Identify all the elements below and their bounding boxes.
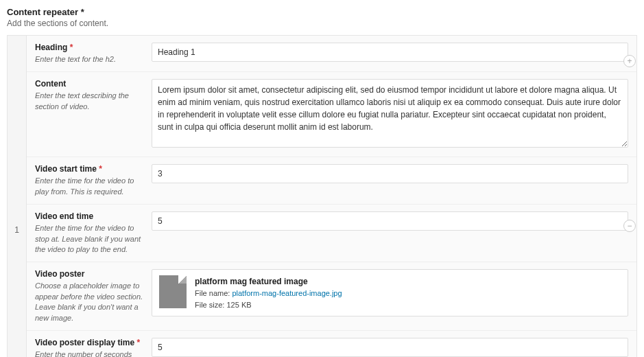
file-attachment[interactable]: platform mag featured image File name: p…: [152, 269, 628, 316]
file-title: platform mag featured image: [195, 275, 342, 288]
add-row-button[interactable]: +: [623, 55, 636, 67]
field-poster-time: Video poster display time * Enter the nu…: [27, 331, 636, 357]
content-textarea[interactable]: Lorem ipsum dolor sit amet, consectetur …: [152, 79, 628, 148]
video-end-hint: Enter the time for the video to stop at.…: [35, 223, 143, 255]
required-marker: *: [137, 338, 141, 347]
content-label: Content: [35, 79, 143, 89]
repeater-row: + − 1 Heading * Enter the text for the h…: [7, 35, 637, 357]
content-hint: Enter the text describing the section of…: [35, 91, 143, 112]
file-size-value: 125 KB: [226, 301, 251, 309]
heading-label: Heading: [35, 43, 67, 52]
remove-row-button[interactable]: −: [623, 220, 636, 232]
video-start-hint: Enter the time for the video to play fro…: [35, 176, 143, 197]
file-icon: [159, 275, 187, 308]
file-name-link[interactable]: platform-mag-featured-image.jpg: [232, 289, 342, 297]
poster-label: Video poster: [35, 269, 143, 279]
poster-time-hint: Enter the number of seconds you wish to …: [35, 349, 143, 357]
poster-time-label: Video poster display time: [35, 338, 134, 347]
video-end-label: Video end time: [35, 211, 143, 221]
video-end-input[interactable]: [152, 211, 628, 231]
field-video-start: Video start time * Enter the time for th…: [27, 157, 636, 205]
required-marker: *: [70, 43, 73, 52]
video-start-input[interactable]: [152, 164, 628, 183]
section-desc: Add the sections of content.: [7, 19, 637, 28]
field-video-poster: Video poster Choose a placeholder image …: [27, 262, 636, 331]
section-required-marker: *: [81, 7, 84, 17]
file-name-label: File name:: [195, 289, 230, 297]
field-content: Content Enter the text describing the se…: [27, 72, 636, 157]
field-heading: Heading * Enter the text for the h2.: [27, 36, 636, 72]
heading-hint: Enter the text for the h2.: [35, 54, 143, 65]
heading-input[interactable]: [152, 43, 628, 62]
file-size-label: File size:: [195, 301, 224, 309]
section-title: Content repeater *: [7, 7, 84, 17]
field-video-end: Video end time Enter the time for the vi…: [27, 205, 636, 262]
row-index: 1: [8, 36, 27, 357]
required-marker: *: [99, 164, 102, 174]
poster-hint: Choose a placeholder image to appear bef…: [35, 281, 143, 323]
video-start-label: Video start time: [35, 164, 97, 174]
poster-time-input[interactable]: [152, 338, 628, 357]
